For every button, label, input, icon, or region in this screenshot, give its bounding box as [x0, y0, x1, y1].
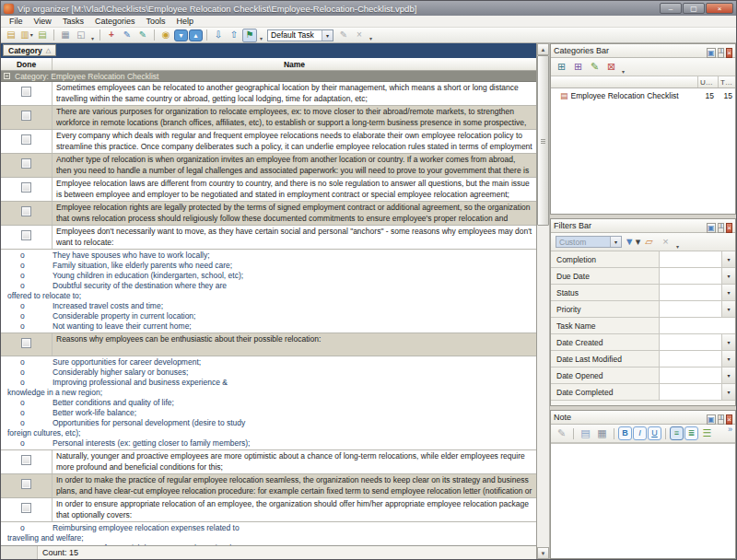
filter-dropdown-icon[interactable]: ▾: [721, 334, 735, 350]
task-row[interactable]: Naturally, younger and proactive employe…: [1, 450, 536, 474]
combo-dropdown-icon[interactable]: ▾: [322, 30, 333, 41]
menu-help[interactable]: Help: [171, 17, 198, 26]
filter-preset-combo[interactable]: Custom ▾: [556, 236, 622, 248]
task-row[interactable]: Sometimes employees can be relocated to …: [1, 82, 536, 106]
close-button[interactable]: ×: [726, 223, 732, 233]
task-checkbox[interactable]: [21, 111, 31, 121]
task-row[interactable]: In order to make the practice of regular…: [1, 474, 536, 498]
italic-icon[interactable]: I: [633, 426, 647, 440]
new-category-icon[interactable]: ⊞: [554, 60, 569, 75]
filter-value-field[interactable]: [660, 318, 735, 333]
menu-categories[interactable]: Categories: [90, 17, 140, 26]
scroll-up-icon[interactable]: ▲: [537, 43, 549, 55]
vertical-scrollbar[interactable]: ▲ ▼: [537, 43, 550, 559]
close-button[interactable]: ×: [706, 3, 733, 14]
print-preview-icon[interactable]: ◱: [74, 29, 88, 42]
total-column-header[interactable]: T…: [718, 76, 735, 88]
undock-button[interactable]: ▣: [707, 48, 716, 58]
move-up-icon[interactable]: ▲: [189, 29, 203, 41]
task-checkbox[interactable]: [21, 230, 31, 240]
done-column-header[interactable]: Done: [1, 58, 53, 70]
task-row[interactable]: Employee relocation rights are legally p…: [1, 202, 536, 226]
category-group-row[interactable]: Category: Employee Relocation Checklist: [1, 71, 536, 82]
task-checkbox[interactable]: [21, 206, 31, 216]
delete-category-icon[interactable]: ⊠: [603, 60, 619, 75]
combo-dropdown-icon[interactable]: ▾: [610, 237, 621, 247]
menu-tasks[interactable]: Tasks: [58, 17, 88, 26]
task-checkbox[interactable]: [21, 479, 31, 489]
underline-icon[interactable]: U: [648, 426, 661, 440]
task-checkbox[interactable]: [21, 182, 31, 192]
task-checkbox[interactable]: [21, 87, 31, 97]
menu-file[interactable]: File: [5, 17, 28, 26]
clear-filter-icon[interactable]: ▱: [641, 235, 657, 250]
task-checkbox[interactable]: [21, 338, 31, 348]
edit-task-icon[interactable]: ✎: [120, 29, 135, 42]
undock-button[interactable]: ▣: [707, 223, 716, 233]
scrollbar-thumb[interactable]: [537, 55, 549, 226]
task-checkbox[interactable]: [21, 455, 31, 465]
filter-value-field[interactable]: [660, 285, 721, 300]
view-notes-icon[interactable]: ◉: [158, 29, 173, 42]
note-editor[interactable]: [551, 443, 735, 558]
collapse-group-icon[interactable]: [4, 73, 10, 79]
new-task-icon[interactable]: +: [104, 29, 119, 42]
open-database-icon[interactable]: ▥▾: [19, 29, 34, 42]
pin-button[interactable]: ╨: [718, 414, 725, 425]
bold-icon[interactable]: B: [618, 426, 632, 440]
task-checkbox[interactable]: [21, 158, 31, 169]
scroll-down-icon[interactable]: ▼: [537, 547, 549, 559]
flag-green-icon[interactable]: ⚑: [242, 29, 257, 42]
filter-dropdown-icon[interactable]: ▾: [721, 251, 735, 267]
expand-all-icon[interactable]: ⇩: [211, 29, 226, 42]
name-column-header[interactable]: Name: [53, 58, 536, 70]
print-icon[interactable]: ▦: [58, 29, 73, 42]
task-checkbox[interactable]: [21, 134, 31, 145]
task-row[interactable]: Another type of relocation is when organ…: [1, 154, 536, 178]
filter-value-field[interactable]: [660, 301, 721, 317]
task-row[interactable]: Every company which deals with regular a…: [1, 130, 536, 154]
scrollbar-track[interactable]: [537, 226, 549, 547]
filter-dropdown-icon[interactable]: ▾: [721, 368, 735, 383]
filter-value-field[interactable]: [660, 268, 721, 284]
categories-list-empty-area[interactable]: [551, 102, 735, 214]
filter-dropdown-icon[interactable]: ▾: [721, 384, 735, 400]
align-justify-icon[interactable]: ≣: [684, 426, 698, 440]
toolbar-overflow-icon[interactable]: ▾: [622, 68, 625, 75]
move-down-icon[interactable]: ▼: [174, 29, 188, 41]
task-checkbox[interactable]: [21, 503, 31, 513]
duplicate-task-icon[interactable]: ✎: [135, 29, 150, 42]
align-left-icon[interactable]: ≡: [670, 426, 684, 440]
maximize-button[interactable]: ▢: [683, 3, 705, 14]
toolbar-overflow-icon[interactable]: ▾: [260, 35, 263, 41]
task-row[interactable]: In order to ensure appropriate relocatio…: [1, 498, 536, 522]
uncompleted-column-header[interactable]: U…: [697, 76, 718, 88]
filter-value-field[interactable]: [660, 384, 721, 400]
bullet-list-icon[interactable]: ☰: [699, 426, 715, 441]
filter-value-field[interactable]: [660, 351, 721, 367]
filter-dropdown-icon[interactable]: ▾: [721, 285, 735, 300]
filter-dropdown-icon[interactable]: ▾: [721, 268, 735, 284]
insert-file-icon[interactable]: ▤: [578, 426, 593, 441]
filter-value-field[interactable]: [660, 334, 721, 350]
undock-button[interactable]: ▣: [707, 414, 716, 425]
print-note-icon[interactable]: ▦: [594, 426, 610, 441]
toolbar-overflow-icon[interactable]: ▾: [369, 35, 372, 41]
menu-tools[interactable]: Tools: [141, 17, 170, 26]
close-button[interactable]: ×: [726, 414, 732, 425]
task-row[interactable]: Employees don't necessarily want to move…: [1, 226, 536, 250]
filter-value-field[interactable]: [660, 368, 721, 383]
filter-dropdown-icon[interactable]: ▾: [721, 351, 735, 367]
default-task-combo[interactable]: Default Task▾: [267, 29, 333, 41]
toolbar-overflow-icon[interactable]: ▾: [676, 243, 679, 250]
filter-criteria-icon[interactable]: ▼▾: [625, 235, 640, 250]
filter-dropdown-icon[interactable]: ▾: [721, 301, 735, 317]
new-subcategory-icon[interactable]: ⊞: [570, 60, 586, 75]
close-button[interactable]: ×: [726, 48, 732, 58]
pin-button[interactable]: ╨: [718, 48, 725, 58]
save-database-icon[interactable]: ▤: [35, 29, 50, 42]
pin-button[interactable]: ╨: [718, 223, 725, 233]
menu-view[interactable]: View: [29, 17, 56, 26]
collapse-all-icon[interactable]: ⇧: [227, 29, 241, 42]
toolbar-overflow-icon[interactable]: ▾: [91, 35, 94, 41]
